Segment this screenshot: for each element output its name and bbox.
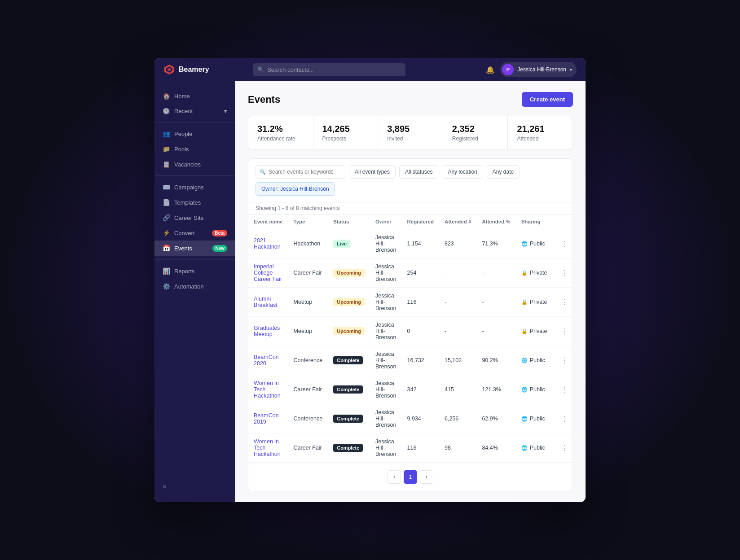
row-actions-button[interactable]: ⋮ [558, 297, 571, 307]
events-search-input[interactable] [255, 165, 345, 179]
stat-value: 2,352 [452, 123, 499, 134]
event-registered: 0 [402, 317, 439, 346]
table-row: Women in Tech Hackathon Career Fair Comp… [248, 375, 573, 404]
sidebar-item-events[interactable]: 📅 Events New [154, 241, 235, 256]
col-registered: Registered [402, 214, 439, 229]
sidebar-item-label: Reports [174, 268, 195, 275]
global-search[interactable]: 🔍 [253, 63, 405, 76]
status-badge: Upcoming [333, 269, 365, 277]
sidebar-item-career-site[interactable]: 🔗 Career Site [154, 210, 235, 225]
sidebar-item-vacancies[interactable]: 📋 Vacancies [154, 157, 235, 172]
event-attended-num: 6,256 [439, 404, 476, 433]
nav-right: 🔔 P Jessica Hill-Brenson ▾ [486, 62, 577, 77]
sharing-icon: 🌐 [521, 387, 528, 393]
top-nav: Beamery 🔍 🔔 P Jessica Hill-Brenson ▾ [154, 58, 586, 81]
event-attended-num: 98 [439, 433, 476, 463]
next-page-button[interactable]: › [420, 470, 433, 484]
sidebar-collapse-button[interactable]: « [154, 477, 235, 495]
event-attended-pct: 62.9% [476, 404, 515, 433]
event-name-link[interactable]: Women in Tech Hackathon [254, 380, 281, 399]
sharing-cell: 🌐Public [521, 445, 547, 451]
user-name: Jessica Hill-Brenson [517, 66, 566, 73]
row-actions-button[interactable]: ⋮ [558, 414, 571, 424]
chevron-down-icon: ▾ [224, 108, 227, 114]
sharing-label: Public [530, 357, 545, 363]
sidebar-item-convert[interactable]: ⚡ Convert Beta [154, 225, 235, 241]
sidebar-item-people[interactable]: 👥 People [154, 126, 235, 141]
events-table: Event name Type Status Owner Registered … [248, 214, 573, 463]
sharing-icon: 🔒 [521, 328, 528, 334]
create-event-button[interactable]: Create event [522, 92, 573, 107]
reports-icon: 📊 [163, 267, 170, 275]
prev-page-button[interactable]: ‹ [388, 470, 401, 484]
sidebar-item-label: People [174, 131, 192, 137]
sidebar-item-templates[interactable]: 📄 Templates [154, 195, 235, 210]
event-attended-pct: 90.2% [476, 346, 515, 375]
table-row: Women in Tech Hackathon Career Fair Comp… [248, 433, 573, 463]
row-actions-button[interactable]: ⋮ [558, 355, 571, 366]
status-badge: Upcoming [333, 327, 365, 335]
event-name-link[interactable]: BeamCon 2019 [254, 412, 279, 425]
event-attended-num: - [439, 258, 476, 288]
row-actions-button[interactable]: ⋮ [558, 443, 571, 453]
sharing-label: Public [530, 416, 545, 422]
col-type: Type [288, 214, 328, 229]
event-attended-num: 823 [439, 229, 476, 258]
table-row: Alumni Breakfast Meetup Upcoming Jessica… [248, 288, 573, 317]
user-menu[interactable]: P Jessica Hill-Brenson ▾ [500, 62, 577, 77]
row-actions-button[interactable]: ⋮ [558, 326, 571, 337]
sidebar-item-automation[interactable]: ⚙️ Automation [154, 279, 235, 294]
sidebar-item-label: Convert [174, 230, 195, 236]
row-actions-button[interactable]: ⋮ [558, 268, 571, 278]
date-filter[interactable]: Any date [487, 165, 520, 179]
event-name-link[interactable]: Women in Tech Hackathon [254, 438, 281, 457]
event-name-link[interactable]: Imperial College Career Fair [254, 263, 282, 282]
events-search[interactable]: 🔍 [255, 165, 345, 179]
event-type: Hackathon [288, 229, 328, 258]
event-registered: 9,934 [402, 404, 439, 433]
search-input[interactable] [253, 63, 405, 76]
beamery-logo-icon [163, 64, 175, 75]
event-name-link[interactable]: Alumni Breakfast [254, 296, 278, 308]
status-filter[interactable]: All statuses [399, 165, 438, 179]
sidebar-divider-3 [154, 259, 235, 260]
sidebar-item-recent[interactable]: 🕐 Recent ▾ [154, 104, 235, 118]
status-badge: Live [333, 240, 350, 248]
table-row: BeamCon 2020 Conference Complete Jessica… [248, 346, 573, 375]
events-table-section: 🔍 All event types All statuses Any locat… [248, 158, 573, 491]
search-icon: 🔍 [257, 66, 264, 73]
event-name-link[interactable]: Graduates Meetup [254, 325, 280, 337]
app-window: Beamery 🔍 🔔 P Jessica Hill-Brenson ▾ 🏠 H… [154, 58, 586, 502]
people-icon: 👥 [163, 130, 170, 137]
sidebar-item-reports[interactable]: 📊 Reports [154, 263, 235, 279]
page-1-button[interactable]: 1 [404, 470, 417, 484]
page-header: Events Create event [248, 92, 573, 107]
notifications-button[interactable]: 🔔 [486, 66, 495, 74]
stat-attended: 21,261 Attended [508, 116, 573, 149]
status-badge: Upcoming [333, 298, 365, 306]
event-registered: 342 [402, 375, 439, 404]
event-owner: Jessica Hill-Brenson [370, 433, 402, 463]
sidebar-item-home[interactable]: 🏠 Home [154, 88, 235, 104]
sidebar-item-pools[interactable]: 📁 Pools [154, 141, 235, 157]
table-toolbar: 🔍 All event types All statuses Any locat… [248, 159, 573, 202]
row-actions-button[interactable]: ⋮ [558, 239, 571, 249]
event-type: Meetup [288, 288, 328, 317]
location-filter[interactable]: Any location [442, 165, 483, 179]
logo: Beamery [163, 64, 209, 75]
owner-filter[interactable]: Owner: Jessica Hill-Brenson [255, 182, 335, 196]
sidebar-item-label: Campaigns [174, 184, 204, 191]
stat-value: 31.2% [257, 123, 304, 134]
sharing-label: Private [530, 299, 547, 305]
sidebar-item-campaigns[interactable]: ✉️ Campaigns [154, 179, 235, 195]
event-name-link[interactable]: 2021 Hackathon [254, 237, 281, 250]
event-owner: Jessica Hill-Brenson [370, 346, 402, 375]
sidebar-divider [154, 122, 235, 122]
event-name-link[interactable]: BeamCon 2020 [254, 354, 279, 367]
event-attended-pct: - [476, 288, 515, 317]
row-actions-button[interactable]: ⋮ [558, 385, 571, 395]
sharing-cell: 🌐Public [521, 416, 547, 422]
event-type: Meetup [288, 317, 328, 346]
event-type-filter[interactable]: All event types [349, 165, 396, 179]
event-type: Career Fair [288, 258, 328, 288]
